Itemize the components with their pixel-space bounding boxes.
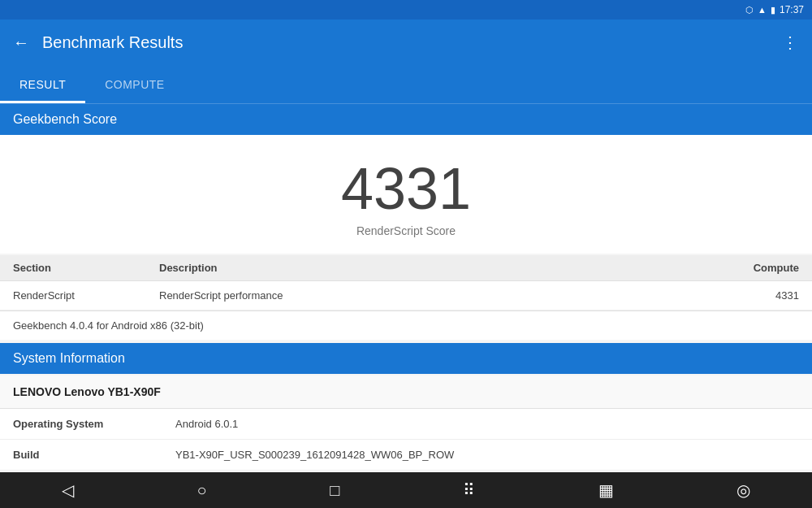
tab-result[interactable]: RESULT: [0, 65, 85, 103]
app-header: ← Benchmark Results ⋮: [0, 20, 812, 65]
col-header-section: Section: [13, 262, 159, 274]
table-row: RenderScript RenderScript performance 43…: [0, 281, 812, 310]
tab-bar: RESULT COMPUTE: [0, 65, 812, 104]
table-footer: Geekbench 4.0.4 for Android x86 (32-bit): [0, 310, 812, 340]
row-description: RenderScript performance: [159, 289, 718, 302]
back-button[interactable]: ←: [13, 33, 29, 52]
device-name: LENOVO Lenovo YB1-X90F: [0, 376, 812, 409]
nav-bar: ◁ ○ □ ⠿ ▦ ◎: [0, 472, 812, 508]
system-info-section: LENOVO Lenovo YB1-X90F Operating System …: [0, 376, 812, 472]
score-box: 4331 RenderScript Score: [0, 135, 812, 254]
os-label: Operating System: [13, 418, 175, 430]
os-value: Android 6.0.1: [175, 418, 799, 430]
status-icons: ⬡ ▲ ▮ 17:37: [745, 4, 804, 15]
results-table: Section Description Compute RenderScript…: [0, 255, 812, 340]
wifi-icon: ▲: [758, 5, 767, 15]
back-nav-icon[interactable]: ◁: [62, 480, 74, 500]
build-value: YB1-X90F_USR_S000239_1612091428_WW06_BP_…: [175, 449, 799, 461]
tab-compute[interactable]: COMPUTE: [85, 65, 184, 103]
status-bar: ⬡ ▲ ▮ 17:37: [0, 0, 812, 20]
settings-nav-icon[interactable]: ◎: [736, 480, 750, 500]
status-time: 17:37: [780, 4, 804, 15]
more-options-button[interactable]: ⋮: [782, 33, 799, 52]
score-label: RenderScript Score: [13, 224, 799, 237]
battery-icon: ▮: [771, 5, 775, 15]
system-info-row-os: Operating System Android 6.0.1: [0, 409, 812, 440]
system-section-header: System Information: [0, 343, 812, 374]
recent-nav-icon[interactable]: □: [330, 481, 339, 500]
home-nav-icon[interactable]: ○: [197, 481, 206, 500]
col-header-compute: Compute: [718, 262, 799, 274]
row-section: RenderScript: [13, 289, 159, 302]
row-compute: 4331: [718, 289, 799, 302]
build-label: Build: [13, 449, 175, 461]
geekbench-section-header: Geekbench Score: [0, 104, 812, 135]
content-area: Geekbench Score 4331 RenderScript Score …: [0, 104, 812, 472]
col-header-description: Description: [159, 262, 718, 274]
table-header: Section Description Compute: [0, 255, 812, 281]
bench-nav-icon[interactable]: ▦: [598, 480, 614, 500]
page-title: Benchmark Results: [42, 33, 769, 52]
system-info-row-build: Build YB1-X90F_USR_S000239_1612091428_WW…: [0, 440, 812, 471]
apps-nav-icon[interactable]: ⠿: [463, 480, 475, 500]
geekbench-score: 4331: [13, 159, 799, 218]
screenshot-icon: ⬡: [745, 5, 754, 15]
